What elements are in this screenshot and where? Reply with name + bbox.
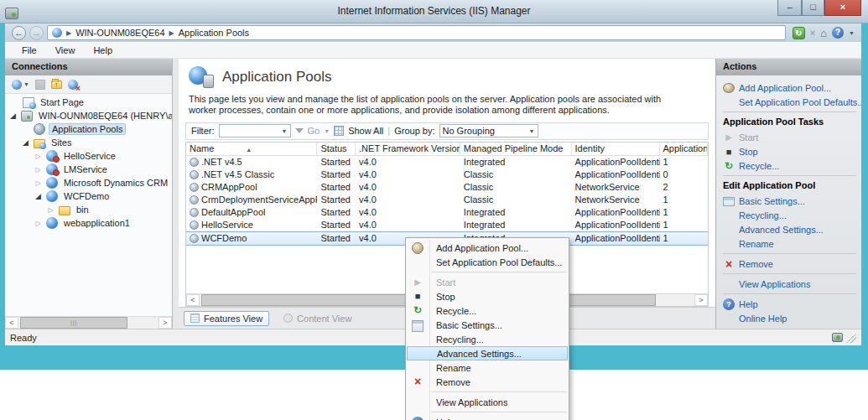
context-menu-item-recycling[interactable]: Recycling... <box>406 332 569 346</box>
combo-dropdown-icon[interactable]: ▼ <box>282 128 288 134</box>
context-menu-item-view-applications[interactable]: View Applications <box>406 395 569 409</box>
scroll-thumb[interactable]: ||| <box>20 317 127 329</box>
column-header-name[interactable]: Name▲ <box>186 143 317 155</box>
go-options-icon[interactable]: ▼ <box>324 128 330 134</box>
collapsed-arrow-icon[interactable]: ▷ <box>34 220 43 227</box>
delete-connection-button[interactable] <box>68 80 78 90</box>
cell-identity: ApplicationPoolIdentity <box>572 169 660 179</box>
filter-input[interactable]: ▼ <box>219 124 291 137</box>
column-header-status[interactable]: Status <box>317 143 356 155</box>
cell-identity: NetworkService <box>572 194 660 205</box>
action-rename[interactable]: Rename <box>723 236 856 251</box>
context-menu-item-help[interactable]: Help <box>406 415 569 420</box>
table-row-crmdeploymentserviceapppool[interactable]: CrmDeploymentServiceAppPoolStartedv4.0Cl… <box>186 194 708 206</box>
expanded-arrow-icon[interactable]: ◢ <box>21 138 30 147</box>
collapsed-arrow-icon[interactable]: ▷ <box>34 179 43 187</box>
table-row-helloservice[interactable]: HelloServiceStartedv4.0IntegratedApplica… <box>186 219 708 231</box>
tab-content-view[interactable]: Content View <box>278 312 357 325</box>
action-help[interactable]: Help <box>723 297 856 311</box>
cell-text: ApplicationPoolIdentity <box>575 169 660 179</box>
action-recycle[interactable]: Recycle... <box>723 158 856 173</box>
context-menu-item-set-application-pool-defaults[interactable]: Set Application Pool Defaults... <box>406 255 569 269</box>
column-header-managed-pipeline-mode[interactable]: Managed Pipeline Mode <box>460 143 572 155</box>
cell-managed-pipeline-mode: Integrated <box>460 220 572 230</box>
action-recycling[interactable]: Recycling... <box>723 208 856 222</box>
expanded-arrow-icon[interactable]: ◢ <box>34 192 43 200</box>
go-button[interactable]: Go <box>308 126 320 136</box>
breadcrumb-page[interactable]: Application Pools <box>179 28 249 38</box>
back-button[interactable]: ← <box>12 26 26 40</box>
tree-item-helloservice[interactable]: ▷HelloService <box>5 149 172 163</box>
resize-grip[interactable] <box>846 333 856 343</box>
tree-item-webapplication1[interactable]: ▷webapplication1 <box>5 216 172 230</box>
column-header-identity[interactable]: Identity <box>572 143 660 155</box>
action-advanced-settings[interactable]: Advanced Settings... <box>723 222 856 236</box>
menu-file[interactable]: File <box>13 44 45 57</box>
collapsed-arrow-icon[interactable]: ▷ <box>34 166 43 174</box>
action-set-application-pool-defaults[interactable]: Set Application Pool Defaults... <box>723 95 856 109</box>
collapsed-arrow-icon[interactable]: ▷ <box>46 206 55 214</box>
context-menu-item-basic-settings[interactable]: Basic Settings... <box>406 318 569 332</box>
context-menu-item-rename[interactable]: Rename <box>406 360 569 375</box>
tree-item-sites[interactable]: ◢Sites <box>5 136 172 149</box>
breadcrumb[interactable]: ▶ WIN-OUNM08EQE64 ▶ Application Pools <box>47 25 786 40</box>
tree-item-microsoft-dynamics-crm[interactable]: ▷Microsoft Dynamics CRM <box>5 176 172 189</box>
context-menu-item-recycle[interactable]: Recycle... <box>406 303 569 318</box>
action-view-applications[interactable]: View Applications <box>723 277 856 291</box>
connections-header: Connections <box>5 59 172 75</box>
context-menu-item-stop[interactable]: Stop <box>406 289 569 303</box>
tree-item-start-page[interactable]: Start Page <box>5 96 172 109</box>
scroll-track[interactable]: ||| <box>18 317 159 329</box>
close-button[interactable]: × <box>824 0 861 16</box>
site-icon <box>46 150 58 162</box>
column-header-net-framework-version[interactable]: .NET Framework Version <box>356 143 460 155</box>
scroll-left-icon[interactable]: < <box>186 294 200 306</box>
table-row-net-v4-5-classic[interactable]: .NET v4.5 ClassicStartedv4.0ClassicAppli… <box>186 169 708 181</box>
context-menu-item-advanced-settings[interactable]: Advanced Settings... <box>407 346 568 360</box>
scroll-left-icon[interactable]: < <box>5 317 18 329</box>
context-menu-item-add-application-pool[interactable]: Add Application Pool... <box>406 241 569 255</box>
table-row-net-v4-5[interactable]: .NET v4.5Startedv4.0IntegratedApplicatio… <box>186 156 708 169</box>
context-menu-item-remove[interactable]: Remove <box>406 375 569 389</box>
title-bar[interactable]: Internet Information Services (IIS) Mana… <box>0 0 868 23</box>
menu-view[interactable]: View <box>47 44 84 57</box>
group-by-select[interactable]: No Grouping ▼ <box>439 124 538 137</box>
cell-net-framework-version: v4.0 <box>356 182 460 192</box>
table-row-defaultapppool[interactable]: DefaultAppPoolStartedv4.0IntegratedAppli… <box>186 206 708 219</box>
help-icon[interactable]: ? <box>832 27 844 39</box>
collapsed-arrow-icon[interactable]: ▷ <box>34 153 43 160</box>
panel-splitter[interactable] <box>173 59 179 329</box>
tab-features-view[interactable]: Features View <box>184 311 269 326</box>
action-basic-settings[interactable]: Basic Settings... <box>723 194 856 208</box>
scroll-right-icon[interactable]: > <box>694 294 708 306</box>
tree-item-lmservice[interactable]: ▷LMService <box>5 163 172 176</box>
tree-item-application-pools[interactable]: Application Pools <box>5 122 172 136</box>
table-row-crmapppool[interactable]: CRMAppPoolStartedv4.0ClassicNetworkServi… <box>186 181 708 194</box>
refresh-icon[interactable]: ↻ <box>793 27 805 39</box>
actions-group-title-application-pool-tasks: Application Pool Tasks <box>723 115 856 130</box>
show-all-button[interactable]: Show All <box>348 126 383 136</box>
up-button[interactable]: ↑ <box>51 80 62 89</box>
tree-item-bin[interactable]: ▷bin <box>5 203 172 216</box>
sites-folder-icon <box>34 139 45 148</box>
action-label: Recycling... <box>739 210 787 220</box>
connections-hscrollbar[interactable]: < ||| > <box>5 316 172 329</box>
breadcrumb-server[interactable]: WIN-OUNM08EQE64 <box>75 28 164 38</box>
action-remove[interactable]: Remove <box>723 257 856 271</box>
column-header-applications[interactable]: Applications <box>660 143 708 155</box>
help-dropdown-icon[interactable]: ▼ <box>849 30 855 36</box>
maximize-button[interactable]: □ <box>802 0 824 16</box>
tree-item-wcfdemo[interactable]: ◢WCFDemo <box>5 189 172 203</box>
scroll-right-icon[interactable]: > <box>159 317 172 329</box>
tree-item-win-ounm08eqe64-henry-adminis[interactable]: ◢WIN-OUNM08EQE64 (HENRY\adminis <box>5 109 172 122</box>
expanded-arrow-icon[interactable]: ◢ <box>8 111 18 120</box>
action-add-application-pool[interactable]: Add Application Pool... <box>723 80 856 95</box>
menu-help[interactable]: Help <box>85 44 121 57</box>
action-online-help[interactable]: Online Help <box>723 311 856 325</box>
menu-icon-spacer <box>412 362 424 374</box>
minimize-button[interactable]: – <box>777 0 802 16</box>
action-stop[interactable]: Stop <box>723 144 856 158</box>
create-connection-button[interactable]: ▼ <box>12 80 29 90</box>
combo-dropdown-icon[interactable]: ▼ <box>529 128 535 134</box>
home-icon[interactable]: ⌂ <box>820 27 827 39</box>
